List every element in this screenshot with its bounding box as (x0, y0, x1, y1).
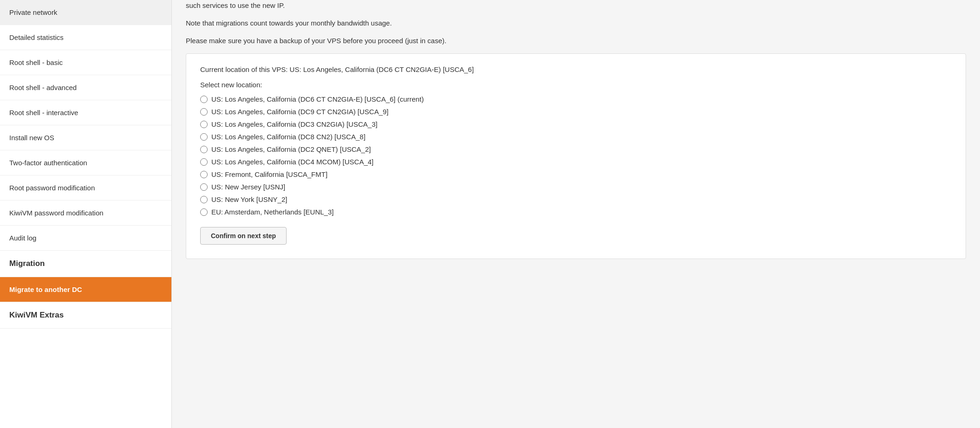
current-location-text: Current location of this VPS: US: Los An… (200, 65, 952, 73)
sidebar-item-detailed-statistics[interactable]: Detailed statistics (0, 25, 171, 50)
list-item: US: Los Angeles, California (DC9 CT CN2G… (200, 108, 952, 116)
select-location-label: Select new location: (200, 81, 952, 89)
location-radio-usca3[interactable] (200, 121, 208, 128)
location-label-usca9: US: Los Angeles, California (DC9 CT CN2G… (211, 108, 389, 116)
sidebar-item-root-shell-advanced[interactable]: Root shell - advanced (0, 75, 171, 100)
list-item: US: Los Angeles, California (DC2 QNET) [… (200, 145, 952, 153)
intro-text-1: such services to use the new IP. (186, 0, 966, 11)
sidebar-item-root-shell-interactive[interactable]: Root shell - interactive (0, 100, 171, 125)
location-radio-eunl3[interactable] (200, 208, 208, 216)
intro-text-2: Note that migrations count towards your … (186, 18, 966, 29)
sidebar-item-kiwi-password-modification[interactable]: KiwiVM password modification (0, 201, 171, 226)
confirm-button[interactable]: Confirm on next step (200, 227, 287, 245)
sidebar: Private network Detailed statistics Root… (0, 0, 172, 428)
list-item: US: New Jersey [USNJ] (200, 183, 952, 191)
list-item: EU: Amsterdam, Netherlands [EUNL_3] (200, 208, 952, 216)
location-radio-usca4[interactable] (200, 158, 208, 166)
location-label-usca6: US: Los Angeles, California (DC6 CT CN2G… (211, 95, 424, 103)
location-radio-usnj[interactable] (200, 183, 208, 191)
list-item: US: Los Angeles, California (DC8 CN2) [U… (200, 133, 952, 141)
sidebar-item-root-password-modification[interactable]: Root password modification (0, 175, 171, 201)
location-radio-usca-fmt[interactable] (200, 171, 208, 178)
location-label-usca3: US: Los Angeles, California (DC3 CN2GIA)… (211, 120, 378, 128)
sidebar-item-install-new-os[interactable]: Install new OS (0, 125, 171, 150)
list-item: US: Fremont, California [USCA_FMT] (200, 170, 952, 178)
location-label-usca-fmt: US: Fremont, California [USCA_FMT] (211, 170, 327, 178)
location-radio-usca2[interactable] (200, 146, 208, 153)
location-radio-usny2[interactable] (200, 196, 208, 203)
location-radio-usca9[interactable] (200, 108, 208, 116)
location-label-usca8: US: Los Angeles, California (DC8 CN2) [U… (211, 133, 366, 141)
sidebar-item-audit-log[interactable]: Audit log (0, 226, 171, 251)
location-radio-list: US: Los Angeles, California (DC6 CT CN2G… (200, 95, 952, 216)
location-label-usca4: US: Los Angeles, California (DC4 MCOM) [… (211, 158, 373, 166)
location-radio-usca6[interactable] (200, 96, 208, 103)
sidebar-item-root-shell-basic[interactable]: Root shell - basic (0, 50, 171, 75)
sidebar-item-two-factor-auth[interactable]: Two-factor authentication (0, 150, 171, 175)
list-item: US: New York [USNY_2] (200, 195, 952, 203)
location-radio-usca8[interactable] (200, 133, 208, 141)
list-item: US: Los Angeles, California (DC3 CN2GIA)… (200, 120, 952, 128)
location-label-usny2: US: New York [USNY_2] (211, 195, 287, 203)
location-label-usca2: US: Los Angeles, California (DC2 QNET) [… (211, 145, 371, 153)
list-item: US: Los Angeles, California (DC4 MCOM) [… (200, 158, 952, 166)
sidebar-item-private-network[interactable]: Private network (0, 0, 171, 25)
sidebar-section-extras: KiwiVM Extras (0, 302, 171, 329)
list-item: US: Los Angeles, California (DC6 CT CN2G… (200, 95, 952, 103)
main-content: such services to use the new IP. Note th… (172, 0, 980, 428)
intro-text-3: Please make sure you have a backup of yo… (186, 35, 966, 46)
migration-box: Current location of this VPS: US: Los An… (186, 53, 966, 259)
location-label-usnj: US: New Jersey [USNJ] (211, 183, 285, 191)
sidebar-item-migrate-to-dc[interactable]: Migrate to another DC (0, 277, 171, 302)
sidebar-section-migration: Migration (0, 251, 171, 277)
location-label-eunl3: EU: Amsterdam, Netherlands [EUNL_3] (211, 208, 333, 216)
